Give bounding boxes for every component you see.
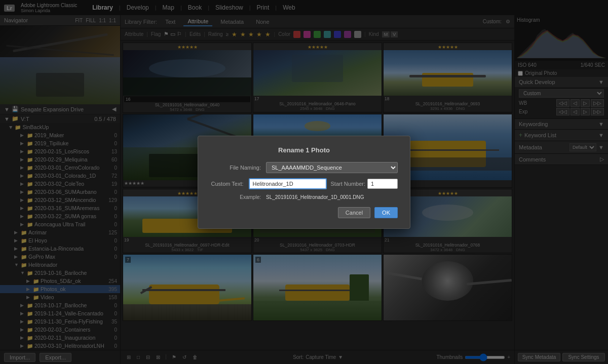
ok-button[interactable]: OK xyxy=(374,207,398,218)
file-naming-select[interactable]: SL_AAAAMMDD_Sequence xyxy=(266,162,398,173)
start-number-section: Start Number: xyxy=(331,179,398,189)
file-naming-row: File Naming: SL_AAAAMMDD_Sequence xyxy=(210,162,398,173)
cancel-button[interactable]: Cancel xyxy=(338,207,370,218)
file-naming-select-wrapper: SL_AAAAMMDD_Sequence xyxy=(266,162,398,173)
example-label: Example: xyxy=(210,194,266,200)
custom-text-input[interactable] xyxy=(249,178,327,189)
modal-overlay: Rename 1 Photo File Naming: SL_AAAAMMDD_… xyxy=(0,0,608,364)
modal-title: Rename 1 Photo xyxy=(210,146,398,154)
modal-example-row: Example: SL_20191016_Helitronador_1D_000… xyxy=(210,194,398,200)
custom-text-label: Custom Text: xyxy=(210,181,249,187)
rename-photo-modal: Rename 1 Photo File Naming: SL_AAAAMMDD_… xyxy=(198,136,410,229)
example-value: SL_20191016_Helitronador_1D_0001.DNG xyxy=(266,194,364,200)
start-number-label: Start Number: xyxy=(331,181,365,187)
modal-buttons: Cancel OK xyxy=(210,207,398,218)
file-naming-label: File Naming: xyxy=(210,165,266,171)
custom-text-row: Custom Text: Start Number: xyxy=(210,178,398,189)
start-number-input[interactable] xyxy=(367,179,398,189)
